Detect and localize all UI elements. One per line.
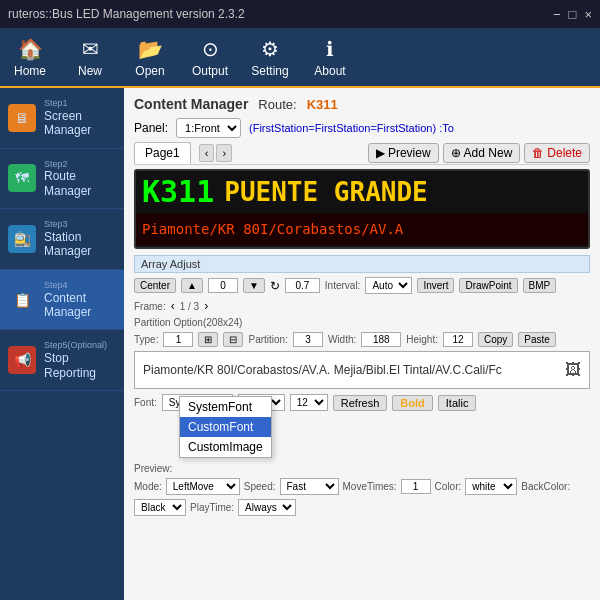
toolbar-new[interactable]: ✉ New xyxy=(70,37,110,78)
window-controls: − □ × xyxy=(553,7,592,22)
partition-section-label: Partition Option(208x24) xyxy=(134,317,242,328)
screen-icon: 🖥 xyxy=(8,104,36,132)
setting-icon: ⚙ xyxy=(261,37,279,61)
dropdown-custom-image[interactable]: CustomImage xyxy=(180,437,271,457)
rotate-icon: ↻ xyxy=(270,279,280,293)
screen-step: Step1 xyxy=(44,98,116,109)
close-btn[interactable]: × xyxy=(584,7,592,22)
maximize-btn[interactable]: □ xyxy=(569,7,577,22)
color-select[interactable]: white red green xyxy=(465,478,517,495)
width-input[interactable] xyxy=(361,332,401,347)
sidebar-item-content[interactable]: 📋 Step4 Content Manager xyxy=(0,270,124,331)
stop-icon: 📢 xyxy=(8,346,36,374)
content-manager-title: Content Manager xyxy=(134,96,248,112)
station-label: Station Manager xyxy=(44,230,116,259)
open-icon: 📂 xyxy=(138,37,163,61)
delete-btn[interactable]: 🗑 Delete xyxy=(524,143,590,163)
partition-icon-2[interactable]: ⊟ xyxy=(223,332,243,347)
add-icon: ⊕ xyxy=(451,146,461,160)
nav-next[interactable]: › xyxy=(216,144,232,162)
back-color-label: BackColor: xyxy=(521,481,570,492)
sidebar-item-screen[interactable]: 🖥 Step1 Screen Manager xyxy=(0,88,124,149)
page-tab-1[interactable]: Page1 xyxy=(134,142,191,164)
toolbar-new-label: New xyxy=(78,64,102,78)
content-icon: 📋 xyxy=(8,286,36,314)
frame-nav-right[interactable]: › xyxy=(204,299,208,313)
route-label: Route Manager xyxy=(44,169,116,198)
speed-label: Speed: xyxy=(244,481,276,492)
panel-row: Panel: 1:Front 2:Back (FirstStation=Firs… xyxy=(134,118,590,138)
refresh-btn[interactable]: Refresh xyxy=(333,395,388,411)
station-icon: 🚉 xyxy=(8,225,36,253)
speed-select[interactable]: Fast Normal Slow xyxy=(280,478,339,495)
preview-btn[interactable]: ▶ Preview xyxy=(368,143,439,163)
toolbar-about[interactable]: ℹ About xyxy=(310,37,350,78)
back-color-select[interactable]: Black White xyxy=(134,499,186,516)
italic-btn[interactable]: Italic xyxy=(438,395,477,411)
type-input[interactable] xyxy=(163,332,193,347)
color-label: Color: xyxy=(435,481,462,492)
nav-prev[interactable]: ‹ xyxy=(199,144,215,162)
preview-row: Preview: xyxy=(134,463,590,474)
image-icon[interactable]: 🖼 xyxy=(565,361,581,379)
add-new-btn[interactable]: ⊕ Add New xyxy=(443,143,521,163)
frame-nav-left[interactable]: ‹ xyxy=(171,299,175,313)
interval-input[interactable] xyxy=(285,278,320,293)
play-time-select[interactable]: Always Once xyxy=(238,499,296,516)
array-value-input[interactable] xyxy=(208,278,238,293)
toolbar-output[interactable]: ⊙ Output xyxy=(190,37,230,78)
sidebar: 🖥 Step1 Screen Manager 🗺 Step2 Route Man… xyxy=(0,88,124,600)
led-route-name: PUENTE GRANDE xyxy=(224,179,428,205)
panel-select[interactable]: 1:Front 2:Back xyxy=(176,118,241,138)
invert-btn[interactable]: Invert xyxy=(417,278,454,293)
minimize-btn[interactable]: − xyxy=(553,7,561,22)
font-size-select[interactable]: 12 xyxy=(290,394,328,411)
partition-icon-1[interactable]: ⊞ xyxy=(198,332,218,347)
stop-step: Step5(Optional) xyxy=(44,340,116,351)
array-adjust-header: Array Adjust xyxy=(134,255,590,273)
stop-label: Stop Reporting xyxy=(44,351,116,380)
bold-btn[interactable]: Bold xyxy=(392,395,432,411)
content-step: Step4 xyxy=(44,280,116,291)
dropdown-custom-font[interactable]: CustomFont xyxy=(180,417,271,437)
toolbar-output-label: Output xyxy=(192,64,228,78)
main-layout: 🖥 Step1 Screen Manager 🗺 Step2 Route Man… xyxy=(0,88,600,600)
sidebar-item-route[interactable]: 🗺 Step2 Route Manager xyxy=(0,149,124,210)
sidebar-item-stop[interactable]: 📢 Step5(Optional) Stop Reporting xyxy=(0,330,124,391)
led-display: K311 PUENTE GRANDE Piamonte/KR 80I/Corab… xyxy=(134,169,590,249)
height-input[interactable] xyxy=(443,332,473,347)
content-label: Content Manager xyxy=(44,291,116,320)
mode-label: Mode: xyxy=(134,481,162,492)
text-editor[interactable]: Piamonte/KR 80I/Corabastos/AV.A. Mejia/B… xyxy=(134,351,590,389)
center-btn[interactable]: Center xyxy=(134,278,176,293)
interval-select[interactable]: Auto xyxy=(365,277,412,294)
partition-input[interactable] xyxy=(293,332,323,347)
move-times-input[interactable] xyxy=(401,479,431,494)
route-icon: 🗺 xyxy=(8,164,36,192)
toolbar-setting[interactable]: ⚙ Setting xyxy=(250,37,290,78)
route-step: Step2 xyxy=(44,159,116,170)
draw-point-btn[interactable]: DrawPoint xyxy=(459,278,517,293)
down-btn[interactable]: ▼ xyxy=(243,278,265,293)
route-prefix: Route: xyxy=(258,97,296,112)
sidebar-item-station[interactable]: 🚉 Step3 Station Manager xyxy=(0,209,124,270)
mode-select[interactable]: LeftMove RightMove Static xyxy=(166,478,240,495)
led-top: K311 PUENTE GRANDE xyxy=(136,171,588,213)
frame-value: 1 / 3 xyxy=(180,301,199,312)
content-area: Content Manager Route: K311 Panel: 1:Fro… xyxy=(124,88,600,600)
copy-btn[interactable]: Copy xyxy=(478,332,513,347)
dropdown-system-font[interactable]: SystemFont xyxy=(180,397,271,417)
toolbar-home[interactable]: 🏠 Home xyxy=(10,37,50,78)
bmp-btn[interactable]: BMP xyxy=(523,278,557,293)
up-btn[interactable]: ▲ xyxy=(181,278,203,293)
content-header: Content Manager Route: K311 xyxy=(134,96,590,112)
play-time-label: PlayTime: xyxy=(190,502,234,513)
page-tab-row: Page1 ‹ › ▶ Preview ⊕ Add New 🗑 Delete xyxy=(134,142,590,165)
title-bar: ruteros::Bus LED Management version 2.3.… xyxy=(0,0,600,28)
toolbar-open[interactable]: 📂 Open xyxy=(130,37,170,78)
partition-row: Partition Option(208x24) xyxy=(134,317,590,328)
paste-btn[interactable]: Paste xyxy=(518,332,556,347)
toolbar-setting-label: Setting xyxy=(251,64,288,78)
partition-label-text: Partition: xyxy=(248,334,287,345)
text-editor-content: Piamonte/KR 80I/Corabastos/AV.A. Mejia/B… xyxy=(143,363,565,377)
